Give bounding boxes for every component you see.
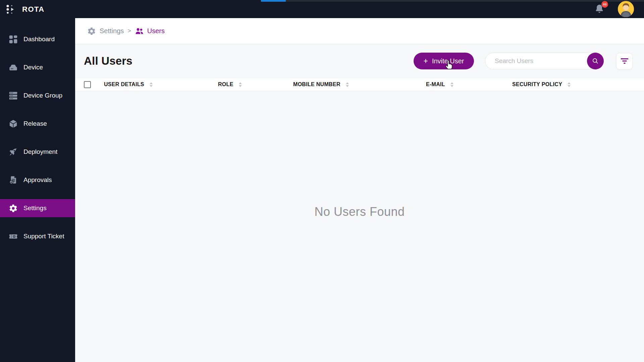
dashboard-icon xyxy=(9,35,18,44)
search-users-input[interactable] xyxy=(485,53,604,69)
invite-user-button[interactable]: + Invite User xyxy=(414,53,474,69)
column-label: MOBILE NUMBER xyxy=(293,81,340,87)
breadcrumb-users-label: Users xyxy=(147,27,165,35)
deployment-rocket-icon xyxy=(9,147,18,157)
device-group-icon xyxy=(9,91,18,100)
sort-icon xyxy=(450,82,454,87)
page-title: All Users xyxy=(84,55,132,67)
sidebar-item-device[interactable]: Device xyxy=(0,58,75,76)
sidebar: Dashboard Device Device Group Rel xyxy=(0,18,75,362)
sort-icon xyxy=(149,82,153,87)
filter-icon xyxy=(621,58,629,64)
sidebar-item-release[interactable]: Release xyxy=(0,115,75,133)
column-label: SECURITY POLICY xyxy=(512,81,562,87)
user-avatar[interactable] xyxy=(618,1,634,17)
sort-icon xyxy=(567,82,571,87)
column-header-email[interactable]: E-MAIL xyxy=(426,81,512,87)
sidebar-item-label: Device xyxy=(23,64,43,71)
top-bar: ROTA 03 xyxy=(0,0,644,18)
search-submit-button[interactable] xyxy=(587,53,604,69)
filter-button[interactable] xyxy=(616,53,633,69)
sidebar-item-deployment[interactable]: Deployment xyxy=(0,143,75,161)
column-header-security-policy[interactable]: SECURITY POLICY xyxy=(512,81,644,87)
sidebar-item-dashboard[interactable]: Dashboard xyxy=(0,30,75,48)
plus-icon: + xyxy=(423,57,428,65)
select-all-checkbox[interactable] xyxy=(84,81,91,88)
column-header-user-details[interactable]: USER DETAILS xyxy=(104,81,218,87)
page-toolbar: All Users + Invite User xyxy=(75,44,644,78)
sidebar-item-approvals[interactable]: Approvals xyxy=(0,171,75,189)
sidebar-item-label: Support Ticket xyxy=(23,233,64,240)
search-users xyxy=(485,53,604,69)
sort-icon xyxy=(238,82,242,87)
column-label: E-MAIL xyxy=(426,81,445,87)
breadcrumb-users-link[interactable]: Users xyxy=(135,27,165,35)
support-ticket-icon xyxy=(9,232,18,241)
brand-name: ROTA xyxy=(22,5,45,14)
gear-icon xyxy=(87,27,96,36)
main-content: Settings > Users All Users + Invite User xyxy=(75,18,644,362)
browser-tab-highlight xyxy=(261,0,286,2)
sidebar-item-label: Release xyxy=(23,120,47,127)
sort-icon xyxy=(345,82,349,87)
users-table-header: USER DETAILS ROLE MOBILE NUMBER E-MAIL S xyxy=(75,78,644,91)
invite-user-label: Invite User xyxy=(432,57,464,65)
search-icon xyxy=(592,57,599,65)
notification-badge: 03 xyxy=(601,1,608,8)
brand: ROTA xyxy=(5,3,45,16)
browser-tabstrip-remnant xyxy=(286,0,644,2)
breadcrumb-settings-label: Settings xyxy=(100,27,124,35)
sidebar-item-support-ticket[interactable]: Support Ticket xyxy=(0,227,75,245)
sidebar-item-label: Approvals xyxy=(23,176,52,184)
table-body-empty-state: No Users Found xyxy=(75,91,644,349)
column-header-mobile-number[interactable]: MOBILE NUMBER xyxy=(293,81,426,87)
column-header-role[interactable]: ROLE xyxy=(218,81,293,87)
sidebar-item-label: Deployment xyxy=(23,148,57,156)
empty-state-message: No Users Found xyxy=(314,205,405,219)
column-label: USER DETAILS xyxy=(104,81,144,87)
notifications-button[interactable]: 03 xyxy=(594,3,605,15)
sidebar-item-settings[interactable]: Settings xyxy=(0,199,75,217)
sidebar-item-label: Device Group xyxy=(23,92,62,99)
sidebar-item-label: Dashboard xyxy=(23,36,55,43)
settings-gear-icon xyxy=(9,204,18,213)
sidebar-item-device-group[interactable]: Device Group xyxy=(0,86,75,105)
column-label: ROLE xyxy=(218,81,233,87)
breadcrumb: Settings > Users xyxy=(75,18,644,44)
release-icon xyxy=(9,119,18,128)
device-icon xyxy=(9,63,18,72)
rota-logo-icon xyxy=(5,3,16,16)
breadcrumb-separator: > xyxy=(127,27,131,35)
users-icon xyxy=(135,27,144,35)
avatar-illustration xyxy=(618,1,634,17)
sidebar-item-label: Settings xyxy=(23,204,47,212)
approvals-icon xyxy=(9,176,18,185)
breadcrumb-settings-link[interactable]: Settings xyxy=(87,27,124,36)
